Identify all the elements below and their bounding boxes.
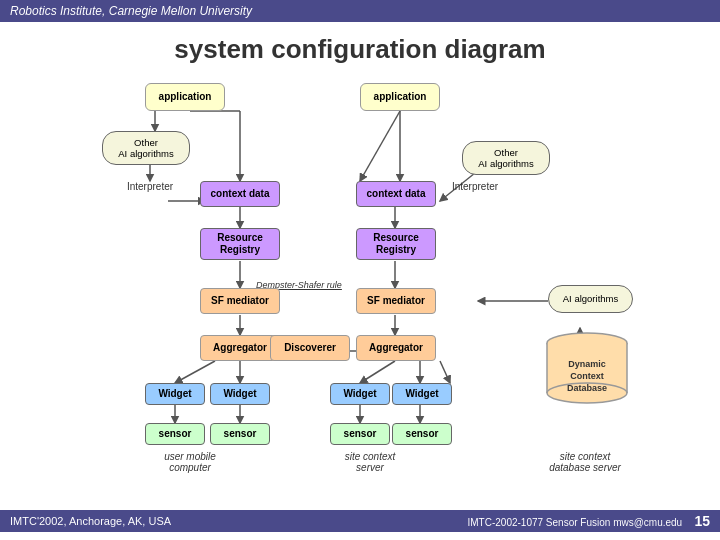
svg-text:Context: Context	[570, 371, 604, 381]
interpreter-label-right: Interpreter	[452, 181, 498, 192]
footer-bar: IMTC'2002, Anchorage, AK, USA IMTC-2002-…	[0, 510, 720, 532]
sensor-2: sensor	[210, 423, 270, 445]
site-context-server-label: site contextserver	[310, 451, 430, 473]
footer-left: IMTC'2002, Anchorage, AK, USA	[10, 515, 171, 527]
widget-label-4: Widget	[405, 388, 438, 400]
site-context-db-server-label: site contextdatabase server	[520, 451, 650, 473]
other-ai-label-left: OtherAI algorithms	[118, 137, 173, 160]
ai-algorithms-label: AI algorithms	[563, 293, 618, 304]
aggregator-label-left: Aggregator	[213, 342, 267, 354]
dynamic-context-db: Dynamic Context Database	[545, 331, 630, 406]
sensor-label-3: sensor	[344, 428, 377, 440]
resource-registry-label-right: ResourceRegistry	[373, 232, 419, 256]
interpreter-right: Interpreter	[440, 181, 510, 192]
sf-mediator-right: SF mediator	[356, 288, 436, 314]
context-data-left: context data	[200, 181, 280, 207]
footer-right-text: IMTC-2002-1077 Sensor Fusion mws@cmu.edu	[468, 517, 683, 528]
sensor-3: sensor	[330, 423, 390, 445]
slide-area: system configuration diagram	[0, 22, 720, 532]
interpreter-left: Interpreter	[115, 181, 185, 192]
widget-label-2: Widget	[223, 388, 256, 400]
page-number: 15	[694, 513, 710, 529]
svg-line-10	[360, 111, 400, 181]
sensor-label-2: sensor	[224, 428, 257, 440]
svg-line-18	[360, 361, 395, 383]
svg-line-8	[175, 361, 215, 383]
aggregator-left: Aggregator	[200, 335, 280, 361]
widget-3: Widget	[330, 383, 390, 405]
application-label-left: application	[159, 91, 212, 103]
cylinder-svg: Dynamic Context Database	[545, 331, 630, 406]
sensor-1: sensor	[145, 423, 205, 445]
svg-text:Database: Database	[567, 383, 607, 393]
sensor-4: sensor	[392, 423, 452, 445]
sf-mediator-left: SF mediator	[200, 288, 280, 314]
sf-mediator-label-right: SF mediator	[367, 295, 425, 307]
aggregator-right: Aggregator	[356, 335, 436, 361]
svg-line-20	[440, 361, 450, 383]
other-ai-left: OtherAI algorithms	[102, 131, 190, 165]
widget-label-3: Widget	[343, 388, 376, 400]
context-data-label-right: context data	[367, 188, 426, 200]
header-title: Robotics Institute, Carnegie Mellon Univ…	[10, 4, 252, 18]
widget-4: Widget	[392, 383, 452, 405]
user-mobile-computer-label: user mobilecomputer	[130, 451, 250, 473]
resource-registry-right: ResourceRegistry	[356, 228, 436, 260]
widget-label-1: Widget	[158, 388, 191, 400]
context-data-right: context data	[356, 181, 436, 207]
widget-2: Widget	[210, 383, 270, 405]
discoverer-label: Discoverer	[284, 342, 336, 354]
application-box-left: application	[145, 83, 225, 111]
context-data-label-left: context data	[211, 188, 270, 200]
ai-algorithms-box: AI algorithms	[548, 285, 633, 313]
aggregator-label-right: Aggregator	[369, 342, 423, 354]
resource-registry-left: ResourceRegistry	[200, 228, 280, 260]
discoverer-box: Discoverer	[270, 335, 350, 361]
interpreter-label-left: Interpreter	[127, 181, 173, 192]
sensor-label-4: sensor	[406, 428, 439, 440]
svg-text:Dynamic: Dynamic	[568, 359, 606, 369]
other-ai-right: OtherAI algorithms	[462, 141, 550, 175]
sf-mediator-label-left: SF mediator	[211, 295, 269, 307]
other-ai-label-right: OtherAI algorithms	[478, 147, 533, 170]
footer-right: IMTC-2002-1077 Sensor Fusion mws@cmu.edu…	[468, 513, 711, 529]
slide-title: system configuration diagram	[0, 22, 720, 73]
application-box-right: application	[360, 83, 440, 111]
application-label-right: application	[374, 91, 427, 103]
widget-1: Widget	[145, 383, 205, 405]
resource-registry-label-left: ResourceRegistry	[217, 232, 263, 256]
diagram: application application OtherAI algorith…	[0, 73, 720, 483]
sensor-label-1: sensor	[159, 428, 192, 440]
header-bar: Robotics Institute, Carnegie Mellon Univ…	[0, 0, 720, 22]
